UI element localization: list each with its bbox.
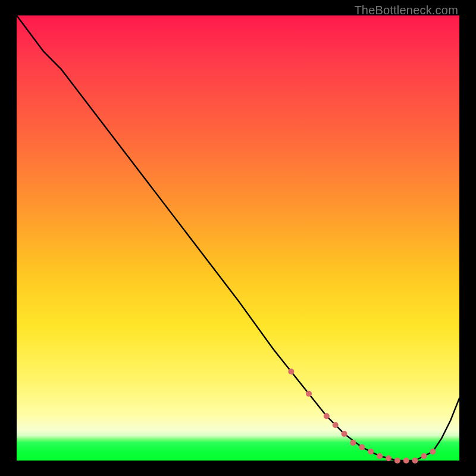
highlight-dot xyxy=(403,458,409,464)
highlight-dot xyxy=(368,449,374,455)
highlight-dot xyxy=(350,440,356,446)
highlight-dot xyxy=(394,458,400,464)
chart-svg xyxy=(17,15,459,461)
highlight-dot xyxy=(430,449,436,455)
highlight-dot xyxy=(342,431,347,437)
highlight-dot xyxy=(324,413,330,419)
bottleneck-curve xyxy=(17,15,459,461)
highlight-dot xyxy=(412,458,418,464)
highlight-dot xyxy=(377,453,383,459)
highlight-dot xyxy=(333,422,339,428)
watermark-text: TheBottleneck.com xyxy=(354,4,458,17)
highlight-dot xyxy=(288,368,294,374)
highlight-dots xyxy=(288,368,436,464)
chart-frame: TheBottleneck.com xyxy=(0,0,476,476)
highlight-dot xyxy=(421,453,427,459)
highlight-dot xyxy=(386,455,392,461)
highlight-dot xyxy=(359,444,365,450)
highlight-dot xyxy=(306,391,312,397)
